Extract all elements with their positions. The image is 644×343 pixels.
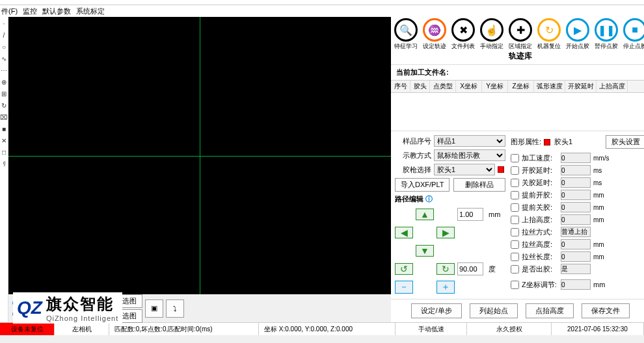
tool-6[interactable]: ⊞ [0, 90, 8, 97]
status-auth: 永久授权 [467, 323, 552, 335]
zoom-out[interactable]: － [395, 281, 413, 294]
menu-default[interactable]: 默认参数 [42, 6, 71, 16]
tool-8[interactable]: ⌧ [0, 113, 8, 121]
param-check-1[interactable] [511, 166, 519, 175]
crosshair-v [200, 17, 200, 294]
param-check-7[interactable] [511, 240, 519, 249]
nav-left[interactable]: ◀ [395, 227, 413, 238]
nav-up[interactable]: ▲ [416, 209, 434, 220]
param-check-5[interactable] [511, 216, 519, 224]
tool-strip: ·/○∿⋯⊕⊞↻⌧■✕□ﾘ [0, 17, 8, 322]
menu-file[interactable]: 件(F) [1, 6, 18, 16]
head-setting-button[interactable]: 胶头设置 [606, 135, 644, 149]
rotate-ccw[interactable]: ↺ [395, 263, 413, 275]
nav-right[interactable]: ▶ [436, 227, 455, 238]
action-2[interactable]: ✖文件列表 [449, 18, 477, 51]
action-toolbar: 🔍特征学习♒设定轨迹✖文件列表☝手动指定✚区域指定↻机器复位▶开始点胶❚❚暂停点… [391, 17, 644, 48]
status-cam: 左相机 [55, 323, 109, 335]
col-7: 开胶延时 [565, 81, 597, 92]
col-3: X坐标 [456, 81, 482, 92]
param-input-4[interactable] [561, 202, 591, 212]
status-time: 2021-07-06 15:32:30 [552, 323, 644, 335]
current-file-label: 当前加工文件名: [391, 64, 644, 80]
action-0[interactable]: 🔍特征学习 [392, 18, 420, 51]
bottom-btn-2[interactable]: 点抬高度 [526, 303, 574, 318]
bottom-btn-3[interactable]: 保存文件 [582, 303, 630, 318]
bottom-btn-1[interactable]: 列起始点 [470, 303, 518, 318]
brand-logo: QZ 旗众智能QiZhong Intelligent [13, 292, 122, 324]
action-7[interactable]: ❚❚暂停点胶 [593, 18, 620, 51]
menu-system[interactable]: 系统标定 [76, 6, 105, 16]
param-check-0[interactable] [511, 154, 519, 162]
col-6: 弧形速度 [534, 81, 565, 92]
col-5: Z坐标 [508, 81, 534, 92]
param-input-6[interactable] [561, 227, 591, 237]
status-device: 设备未复位 [0, 323, 55, 335]
tool-4[interactable]: ⋯ [0, 66, 8, 74]
action-3[interactable]: ☝手动指定 [478, 18, 505, 51]
delete-sample-button[interactable]: 删除样品 [453, 178, 505, 192]
param-check-2[interactable] [511, 179, 519, 187]
col-4: Y坐标 [482, 81, 508, 92]
tool-3[interactable]: ∿ [0, 55, 8, 62]
col-1: 胶头 [410, 81, 430, 92]
param-check-6[interactable] [511, 228, 519, 236]
teach-mode-select[interactable]: 鼠标绘图示教 [434, 149, 505, 161]
tool-1[interactable]: / [0, 31, 8, 39]
param-input-5[interactable] [561, 214, 591, 225]
param-check-4[interactable] [511, 203, 519, 212]
zoom-in[interactable]: ＋ [436, 281, 455, 294]
param-input-8[interactable] [561, 251, 591, 262]
menubar: 件(F) 监控 默认参数 系统标定 [0, 5, 644, 17]
action-5[interactable]: ↻机器复位 [535, 18, 563, 51]
tool-7[interactable]: ↻ [0, 101, 8, 109]
z-adjust-input[interactable] [561, 279, 591, 290]
status-bar: 设备未复位 左相机 匹配数:0,坏点数:0,匹配时间:0(ms) 坐标 X:0.… [0, 322, 644, 335]
param-input-7[interactable] [561, 239, 591, 249]
tool-10[interactable]: ✕ [0, 136, 8, 144]
tool-9[interactable]: ■ [0, 125, 8, 133]
menu-monitor[interactable]: 监控 [23, 6, 37, 16]
tool-12[interactable]: ﾘ [0, 160, 8, 168]
param-check-3[interactable] [511, 191, 519, 199]
import-dxf-button[interactable]: 导入DXF/PLT [395, 178, 449, 192]
glue-select[interactable]: 胶头1 [434, 164, 495, 175]
track-lib-title: 轨迹库 [391, 48, 644, 64]
action-1[interactable]: ♒设定轨迹 [421, 18, 448, 51]
z-adjust-check[interactable] [511, 281, 519, 289]
col-8: 上抬高度 [597, 81, 628, 92]
status-match: 匹配数:0,坏点数:0,匹配时间:0(ms) [109, 323, 259, 335]
table-header: 序号胶头点类型X坐标Y坐标Z坐标弧形速度开胶延时上抬高度 [391, 80, 644, 93]
action-6[interactable]: ▶开始点胶 [564, 18, 591, 51]
step-input[interactable] [457, 208, 483, 221]
status-manual: 手动低速 [396, 323, 467, 335]
param-input-0[interactable] [561, 153, 591, 163]
tool-0[interactable]: · [0, 19, 8, 27]
rotate-cw[interactable]: ↻ [436, 263, 455, 275]
param-check-9[interactable] [511, 265, 519, 273]
snap-icon[interactable]: ⤵ [166, 299, 184, 318]
param-check-8[interactable] [511, 253, 519, 261]
action-8[interactable]: ■停止点胶 [621, 18, 644, 51]
tool-2[interactable]: ○ [0, 43, 8, 51]
param-input-1[interactable] [561, 165, 591, 175]
param-input-9[interactable] [561, 264, 591, 274]
bottom-btn-0[interactable]: 设定/单步 [411, 303, 461, 318]
action-4[interactable]: ✚区域指定 [507, 18, 534, 51]
tool-5[interactable]: ⊕ [0, 78, 8, 86]
tool-11[interactable]: □ [0, 148, 8, 156]
col-0: 序号 [391, 81, 410, 92]
rotate-input[interactable] [457, 262, 483, 275]
sample-select[interactable]: 样品1 [434, 135, 505, 147]
camera-viewport[interactable] [8, 17, 391, 294]
param-input-2[interactable] [561, 177, 591, 188]
col-2: 点类型 [430, 81, 456, 92]
table-body[interactable] [391, 93, 644, 131]
status-coord: 坐标 X:0.000, Y:0.000, Z:0.000 [259, 323, 396, 335]
nav-down[interactable]: ▼ [416, 245, 434, 257]
lock-edit-icon[interactable]: ▣ [145, 299, 163, 318]
param-input-3[interactable] [561, 190, 591, 200]
path-edit-label: 路径编辑 ⓘ [395, 194, 505, 204]
